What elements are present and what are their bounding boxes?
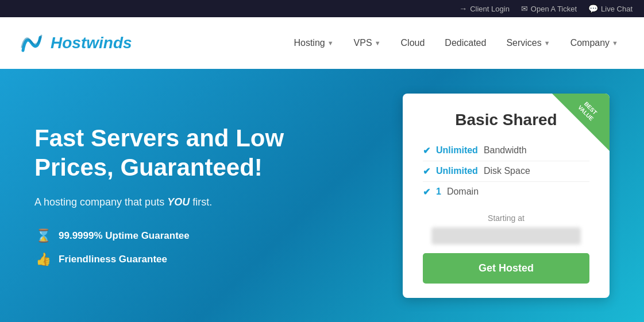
bandwidth-text: Bandwidth	[484, 145, 527, 156]
hero-content: Fast Servers and Low Prices, Guaranteed!…	[34, 124, 368, 267]
client-login-label: Client Login	[470, 5, 510, 13]
open-ticket-label: Open A Ticket	[531, 5, 577, 13]
nav-vps[interactable]: VPS ▼	[345, 32, 390, 54]
nav-dedicated-label: Dedicated	[445, 38, 486, 48]
card-feature-disk: ✔ Unlimited Disk Space	[423, 161, 589, 182]
navbar: Hostwinds Hosting ▼ VPS ▼ Cloud Dedicate…	[0, 17, 644, 69]
check-disk-icon: ✔	[423, 166, 430, 177]
friendliness-text: Friendliness Guarantee	[59, 254, 167, 265]
ticket-icon: ✉	[521, 4, 528, 13]
nav-services[interactable]: Services ▼	[498, 32, 558, 54]
get-hosted-button[interactable]: Get Hosted	[423, 253, 589, 284]
best-value-text: BEST VALUE	[566, 94, 610, 133]
nav-cloud[interactable]: Cloud	[392, 32, 434, 54]
nav-hosting-label: Hosting	[294, 38, 325, 48]
nav-menu: Hosting ▼ VPS ▼ Cloud Dedicated Services…	[285, 32, 627, 54]
login-icon: →	[459, 4, 467, 13]
domain-highlight: 1	[436, 187, 441, 197]
live-chat-label: Live Chat	[601, 5, 633, 13]
logo-text: Hostwinds	[51, 34, 132, 52]
live-chat-link[interactable]: 💬 Live Chat	[588, 4, 633, 13]
uptime-icon: ⌛	[34, 228, 52, 243]
subtitle-prefix: A hosting company that puts	[34, 196, 167, 208]
nav-company-label: Company	[570, 38, 610, 48]
disk-highlight: Unlimited	[436, 166, 478, 176]
hero-section: Fast Servers and Low Prices, Guaranteed!…	[0, 69, 644, 322]
nav-dedicated[interactable]: Dedicated	[436, 32, 495, 54]
check-domain-icon: ✔	[423, 187, 430, 197]
open-ticket-link[interactable]: ✉ Open A Ticket	[521, 4, 577, 13]
domain-text: Domain	[447, 187, 479, 197]
hero-title: Fast Servers and Low Prices, Guaranteed!	[34, 124, 368, 182]
pricing-card-wrapper: BEST VALUE Basic Shared ✔ Unlimited Band…	[403, 94, 610, 298]
nav-hosting[interactable]: Hosting ▼	[285, 32, 342, 54]
disk-text: Disk Space	[484, 166, 530, 176]
client-login-link[interactable]: → Client Login	[459, 4, 510, 13]
nav-company[interactable]: Company ▼	[562, 32, 627, 54]
bandwidth-highlight: Unlimited	[436, 145, 478, 156]
pricing-card: BEST VALUE Basic Shared ✔ Unlimited Band…	[403, 94, 610, 298]
check-bandwidth-icon: ✔	[423, 145, 430, 156]
nav-cloud-label: Cloud	[401, 38, 425, 48]
subtitle-highlight: YOU	[167, 196, 190, 208]
best-value-ribbon: BEST VALUE	[552, 94, 610, 151]
top-bar: → Client Login ✉ Open A Ticket 💬 Live Ch…	[0, 0, 644, 17]
friendliness-icon: 👍	[34, 252, 52, 267]
services-arrow-icon: ▼	[544, 40, 550, 46]
hero-subtitle: A hosting company that puts YOU first.	[34, 196, 368, 208]
chat-icon: 💬	[588, 4, 598, 13]
feature-friendliness: 👍 Friendliness Guarantee	[34, 252, 368, 267]
uptime-text: 99.9999% Uptime Guarantee	[59, 230, 190, 242]
hosting-arrow-icon: ▼	[327, 40, 334, 46]
logo[interactable]: Hostwinds	[17, 29, 132, 57]
starting-at-label: Starting at	[423, 214, 589, 223]
feature-uptime: ⌛ 99.9999% Uptime Guarantee	[34, 228, 368, 243]
price-value-blurred	[431, 227, 581, 245]
company-arrow-icon: ▼	[612, 40, 618, 46]
subtitle-suffix: first.	[190, 196, 212, 208]
nav-services-label: Services	[506, 38, 541, 48]
card-feature-domain: ✔ 1 Domain	[423, 182, 589, 202]
nav-vps-label: VPS	[354, 38, 372, 48]
logo-icon	[17, 29, 46, 57]
vps-arrow-icon: ▼	[375, 40, 381, 46]
feature-list: ⌛ 99.9999% Uptime Guarantee 👍 Friendline…	[34, 228, 368, 267]
